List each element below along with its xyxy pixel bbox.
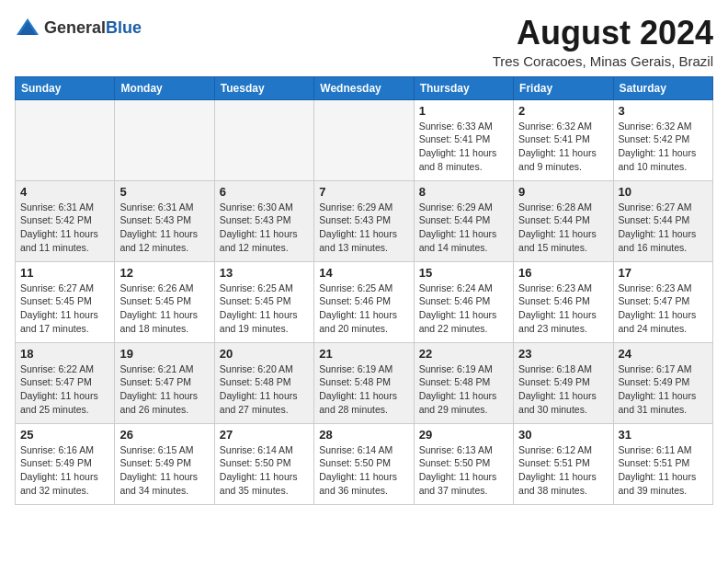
calendar-cell: 31Sunrise: 6:11 AMSunset: 5:51 PMDayligh… bbox=[613, 423, 712, 504]
day-number: 7 bbox=[319, 185, 408, 199]
day-number: 21 bbox=[319, 347, 408, 361]
week-row-3: 11Sunrise: 6:27 AMSunset: 5:45 PMDayligh… bbox=[16, 261, 713, 342]
logo-text-general: General bbox=[44, 18, 106, 37]
day-number: 2 bbox=[518, 104, 608, 118]
calendar-cell: 1Sunrise: 6:33 AMSunset: 5:41 PMDaylight… bbox=[414, 99, 513, 180]
cell-content: Sunrise: 6:32 AMSunset: 5:41 PMDaylight:… bbox=[518, 120, 608, 174]
cell-content: Sunrise: 6:33 AMSunset: 5:41 PMDaylight:… bbox=[419, 120, 508, 174]
cell-content: Sunrise: 6:15 AMSunset: 5:49 PMDaylight:… bbox=[119, 443, 209, 498]
day-number: 13 bbox=[220, 266, 309, 280]
day-number: 26 bbox=[119, 428, 209, 442]
calendar-cell: 29Sunrise: 6:13 AMSunset: 5:50 PMDayligh… bbox=[414, 423, 513, 504]
cell-content: Sunrise: 6:23 AMSunset: 5:47 PMDaylight:… bbox=[619, 282, 708, 336]
calendar-cell: 18Sunrise: 6:22 AMSunset: 5:47 PMDayligh… bbox=[16, 342, 115, 423]
day-number: 1 bbox=[419, 104, 508, 118]
cell-content: Sunrise: 6:21 AMSunset: 5:47 PMDaylight:… bbox=[119, 362, 209, 417]
calendar-cell: 8Sunrise: 6:29 AMSunset: 5:44 PMDaylight… bbox=[414, 180, 513, 261]
calendar-cell: 27Sunrise: 6:14 AMSunset: 5:50 PMDayligh… bbox=[214, 423, 313, 504]
day-number: 17 bbox=[619, 266, 708, 280]
calendar-cell: 11Sunrise: 6:27 AMSunset: 5:45 PMDayligh… bbox=[16, 261, 115, 342]
day-number: 31 bbox=[619, 428, 708, 442]
calendar-cell bbox=[314, 99, 414, 180]
day-number: 3 bbox=[619, 104, 708, 118]
cell-content: Sunrise: 6:12 AMSunset: 5:51 PMDaylight:… bbox=[518, 443, 608, 498]
header-day-wednesday: Wednesday bbox=[314, 76, 414, 99]
header-row: SundayMondayTuesdayWednesdayThursdayFrid… bbox=[16, 76, 713, 99]
cell-content: Sunrise: 6:23 AMSunset: 5:46 PMDaylight:… bbox=[518, 282, 608, 336]
page-header: GeneralBlue August 2024 Tres Coracoes, M… bbox=[15, 15, 713, 69]
calendar-cell: 30Sunrise: 6:12 AMSunset: 5:51 PMDayligh… bbox=[514, 423, 613, 504]
day-number: 18 bbox=[20, 347, 109, 361]
day-number: 9 bbox=[518, 185, 608, 199]
cell-content: Sunrise: 6:26 AMSunset: 5:45 PMDaylight:… bbox=[119, 282, 209, 336]
calendar-cell: 23Sunrise: 6:18 AMSunset: 5:49 PMDayligh… bbox=[514, 342, 613, 423]
calendar-cell: 26Sunrise: 6:15 AMSunset: 5:49 PMDayligh… bbox=[115, 423, 214, 504]
day-number: 30 bbox=[518, 428, 608, 442]
cell-content: Sunrise: 6:22 AMSunset: 5:47 PMDaylight:… bbox=[20, 362, 109, 417]
day-number: 19 bbox=[119, 347, 209, 361]
day-number: 25 bbox=[20, 428, 109, 442]
day-number: 4 bbox=[20, 185, 109, 199]
calendar-cell: 5Sunrise: 6:31 AMSunset: 5:43 PMDaylight… bbox=[115, 180, 214, 261]
calendar-cell: 7Sunrise: 6:29 AMSunset: 5:43 PMDaylight… bbox=[314, 180, 414, 261]
day-number: 5 bbox=[119, 185, 209, 199]
cell-content: Sunrise: 6:19 AMSunset: 5:48 PMDaylight:… bbox=[419, 362, 508, 417]
day-number: 27 bbox=[220, 428, 309, 442]
cell-content: Sunrise: 6:20 AMSunset: 5:48 PMDaylight:… bbox=[220, 362, 309, 417]
cell-content: Sunrise: 6:25 AMSunset: 5:45 PMDaylight:… bbox=[220, 282, 309, 336]
calendar-cell bbox=[16, 99, 115, 180]
cell-content: Sunrise: 6:27 AMSunset: 5:45 PMDaylight:… bbox=[20, 282, 109, 336]
cell-content: Sunrise: 6:32 AMSunset: 5:42 PMDaylight:… bbox=[619, 120, 708, 174]
header-day-saturday: Saturday bbox=[613, 76, 712, 99]
cell-content: Sunrise: 6:18 AMSunset: 5:49 PMDaylight:… bbox=[518, 362, 608, 417]
calendar-cell: 4Sunrise: 6:31 AMSunset: 5:42 PMDaylight… bbox=[16, 180, 115, 261]
calendar-cell bbox=[115, 99, 214, 180]
logo-text-blue: Blue bbox=[106, 18, 142, 37]
day-number: 8 bbox=[419, 185, 508, 199]
day-number: 23 bbox=[518, 347, 608, 361]
cell-content: Sunrise: 6:31 AMSunset: 5:43 PMDaylight:… bbox=[119, 201, 209, 255]
calendar-cell: 9Sunrise: 6:28 AMSunset: 5:44 PMDaylight… bbox=[514, 180, 613, 261]
logo-icon bbox=[15, 15, 40, 40]
calendar-cell: 19Sunrise: 6:21 AMSunset: 5:47 PMDayligh… bbox=[115, 342, 214, 423]
week-row-4: 18Sunrise: 6:22 AMSunset: 5:47 PMDayligh… bbox=[16, 342, 713, 423]
cell-content: Sunrise: 6:31 AMSunset: 5:42 PMDaylight:… bbox=[20, 201, 109, 255]
header-day-sunday: Sunday bbox=[16, 76, 115, 99]
day-number: 12 bbox=[119, 266, 209, 280]
calendar-cell: 21Sunrise: 6:19 AMSunset: 5:48 PMDayligh… bbox=[314, 342, 414, 423]
header-day-tuesday: Tuesday bbox=[214, 76, 313, 99]
day-number: 16 bbox=[518, 266, 608, 280]
day-number: 20 bbox=[220, 347, 309, 361]
header-day-thursday: Thursday bbox=[414, 76, 513, 99]
title-section: August 2024 Tres Coracoes, Minas Gerais,… bbox=[493, 15, 713, 69]
location-subtitle: Tres Coracoes, Minas Gerais, Brazil bbox=[493, 53, 713, 69]
cell-content: Sunrise: 6:17 AMSunset: 5:49 PMDaylight:… bbox=[619, 362, 708, 417]
week-row-1: 1Sunrise: 6:33 AMSunset: 5:41 PMDaylight… bbox=[16, 99, 713, 180]
cell-content: Sunrise: 6:27 AMSunset: 5:44 PMDaylight:… bbox=[619, 201, 708, 255]
calendar-cell: 16Sunrise: 6:23 AMSunset: 5:46 PMDayligh… bbox=[514, 261, 613, 342]
day-number: 22 bbox=[419, 347, 508, 361]
calendar-cell: 10Sunrise: 6:27 AMSunset: 5:44 PMDayligh… bbox=[613, 180, 712, 261]
logo: GeneralBlue bbox=[15, 15, 142, 40]
calendar-cell: 12Sunrise: 6:26 AMSunset: 5:45 PMDayligh… bbox=[115, 261, 214, 342]
header-day-monday: Monday bbox=[115, 76, 214, 99]
calendar-cell: 3Sunrise: 6:32 AMSunset: 5:42 PMDaylight… bbox=[613, 99, 712, 180]
day-number: 14 bbox=[319, 266, 408, 280]
cell-content: Sunrise: 6:14 AMSunset: 5:50 PMDaylight:… bbox=[220, 443, 309, 498]
calendar-cell: 6Sunrise: 6:30 AMSunset: 5:43 PMDaylight… bbox=[214, 180, 313, 261]
cell-content: Sunrise: 6:29 AMSunset: 5:44 PMDaylight:… bbox=[419, 201, 508, 255]
month-year-title: August 2024 bbox=[493, 15, 713, 52]
week-row-2: 4Sunrise: 6:31 AMSunset: 5:42 PMDaylight… bbox=[16, 180, 713, 261]
calendar-cell: 24Sunrise: 6:17 AMSunset: 5:49 PMDayligh… bbox=[613, 342, 712, 423]
cell-content: Sunrise: 6:14 AMSunset: 5:50 PMDaylight:… bbox=[319, 443, 408, 498]
calendar-cell: 20Sunrise: 6:20 AMSunset: 5:48 PMDayligh… bbox=[214, 342, 313, 423]
day-number: 10 bbox=[619, 185, 708, 199]
calendar-cell: 14Sunrise: 6:25 AMSunset: 5:46 PMDayligh… bbox=[314, 261, 414, 342]
calendar-cell: 25Sunrise: 6:16 AMSunset: 5:49 PMDayligh… bbox=[16, 423, 115, 504]
calendar-cell: 22Sunrise: 6:19 AMSunset: 5:48 PMDayligh… bbox=[414, 342, 513, 423]
cell-content: Sunrise: 6:30 AMSunset: 5:43 PMDaylight:… bbox=[220, 201, 309, 255]
day-number: 28 bbox=[319, 428, 408, 442]
calendar-cell: 17Sunrise: 6:23 AMSunset: 5:47 PMDayligh… bbox=[613, 261, 712, 342]
cell-content: Sunrise: 6:25 AMSunset: 5:46 PMDaylight:… bbox=[319, 282, 408, 336]
cell-content: Sunrise: 6:16 AMSunset: 5:49 PMDaylight:… bbox=[20, 443, 109, 498]
